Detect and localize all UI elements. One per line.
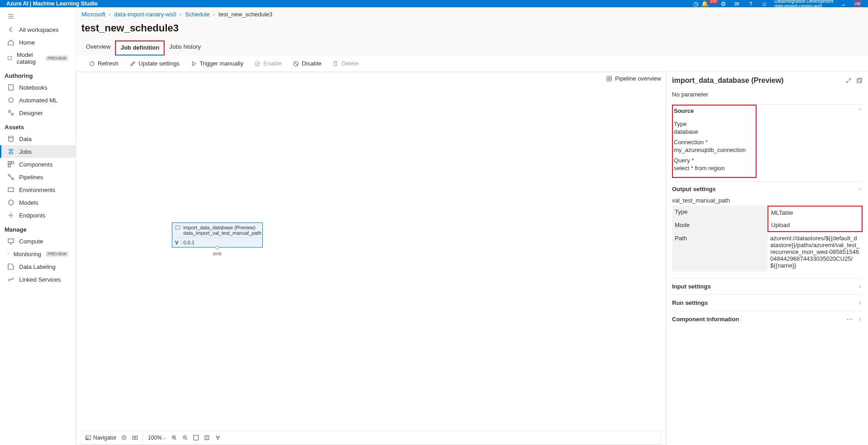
tab-jobs-history[interactable]: Jobs history <box>165 40 205 56</box>
svg-rect-11 <box>8 239 14 243</box>
refresh-button[interactable]: Refresh <box>84 58 123 69</box>
cell-value: azureml://datastores/${{default_datastor… <box>768 232 863 272</box>
sidebar-item-label: Jobs <box>19 148 31 155</box>
svg-rect-6 <box>8 165 10 167</box>
disable-button[interactable]: Disable <box>288 58 326 69</box>
sidebar-item-label: Pipelines <box>19 174 43 181</box>
designer-icon <box>7 109 15 116</box>
sidebar-item-automated-ml[interactable]: Automated ML <box>0 94 75 106</box>
sidebar-item-home[interactable]: Home <box>0 36 75 49</box>
navigator-button[interactable]: Navigator <box>85 435 116 441</box>
breadcrumb-item[interactable]: data-import-canary-ws0 <box>114 11 176 18</box>
more-icon[interactable]: ⋯ <box>847 316 853 323</box>
button-label: Delete <box>341 60 359 67</box>
breadcrumb-item[interactable]: Microsoft <box>81 11 105 18</box>
section-component-information[interactable]: Component information ⋯ <box>672 311 863 327</box>
models-icon <box>7 199 15 206</box>
chevron-down-icon[interactable] <box>857 106 863 112</box>
sink-label: sink <box>213 251 222 256</box>
svg-rect-16 <box>610 76 612 78</box>
notification-badge: 100 <box>708 0 718 4</box>
sidebar-section-assets: Assets <box>0 119 75 132</box>
layout-icon[interactable] <box>215 435 221 441</box>
svg-rect-9 <box>8 188 14 192</box>
preview-badge: PREVIEW <box>45 56 68 61</box>
tab-job-definition[interactable]: Job definition <box>115 40 165 56</box>
canvas[interactable]: Pipeline overview import_data_database (… <box>76 72 666 445</box>
breadcrumb-current: test_new_schedule3 <box>219 11 273 18</box>
monitoring-icon <box>7 250 9 258</box>
popout-icon[interactable] <box>856 77 863 84</box>
button-label: Navigator <box>93 435 116 441</box>
pipeline-overview-button[interactable]: Pipeline overview <box>606 75 661 82</box>
sidebar-item-designer[interactable]: Designer <box>0 106 75 119</box>
sidebar-item-data[interactable]: Data <box>0 132 75 145</box>
trash-icon <box>332 61 339 67</box>
svg-rect-18 <box>610 79 612 81</box>
sidebar-item-monitoring[interactable]: MonitoringPREVIEW <box>0 248 75 260</box>
settings-icon[interactable]: ⚙ <box>720 0 727 7</box>
help-icon[interactable]: ? <box>747 0 754 7</box>
sidebar-item-endpoints[interactable]: Endpoints <box>0 209 75 222</box>
sidebar-item-pipelines[interactable]: Pipelines <box>0 171 75 183</box>
section-run-settings[interactable]: Run settings <box>672 295 863 311</box>
field-label: Query * <box>674 157 753 165</box>
section-output-settings[interactable]: Output settings <box>672 182 863 196</box>
expand-icon[interactable] <box>845 77 852 84</box>
screenshot-icon[interactable] <box>132 435 138 441</box>
sidebar-item-compute[interactable]: Compute <box>0 235 75 248</box>
chevron-right-icon <box>857 284 863 289</box>
clock-icon[interactable]: ◷ <box>692 0 700 7</box>
sidebar-item-label: Data Labeling <box>19 263 55 270</box>
link-label: Pipeline overview <box>615 75 661 82</box>
zoom-in-icon[interactable] <box>171 435 177 441</box>
data-icon <box>7 135 15 142</box>
workspace-line1: DataIntegration Development <box>774 0 833 4</box>
environments-icon <box>7 186 15 193</box>
sidebar-item-model-catalog[interactable]: Model catalog PREVIEW <box>0 49 75 68</box>
node-output-port[interactable] <box>216 246 219 249</box>
section-source[interactable]: Source <box>674 106 753 118</box>
svg-rect-17 <box>607 79 609 81</box>
feedback-icon[interactable]: ✉ <box>733 0 741 7</box>
pipeline-node[interactable]: import_data_database (Preview) data_impo… <box>172 222 263 248</box>
notifications-icon[interactable]: 🔔100 <box>706 0 713 7</box>
avatar[interactable]: AB <box>853 0 862 8</box>
sidebar-item-linked-services[interactable]: Linked Services <box>0 273 75 286</box>
target-icon[interactable] <box>121 435 127 441</box>
cell-value: MLTable <box>768 206 863 219</box>
fit-icon[interactable] <box>193 435 199 441</box>
svg-rect-24 <box>133 436 138 440</box>
update-settings-button[interactable]: Update settings <box>125 58 184 69</box>
sidebar-item-components[interactable]: Components <box>0 158 75 171</box>
chevron-down-icon[interactable]: ⌄ <box>840 0 847 7</box>
chevron-right-icon: › <box>180 12 181 17</box>
sidebar-item-notebooks[interactable]: Notebooks <box>0 81 75 94</box>
section-input-settings[interactable]: Input settings <box>672 278 863 294</box>
sidebar-item-all-workspaces[interactable]: All workspaces <box>0 23 75 36</box>
sidebar-item-label: Model catalog <box>17 51 41 65</box>
button-label: Update settings <box>139 60 180 67</box>
hamburger-icon[interactable] <box>0 11 75 23</box>
chevron-right-icon <box>857 317 863 322</box>
output-table: Type MLTable Mode Upload Path azureml://… <box>672 206 863 272</box>
check-circle-icon <box>254 61 261 67</box>
sidebar-item-jobs[interactable]: Jobs <box>0 145 75 158</box>
breadcrumb-item[interactable]: Schedule <box>185 11 210 18</box>
smile-icon[interactable]: ☺ <box>761 0 768 7</box>
zoom-out-icon[interactable] <box>182 435 188 441</box>
trigger-manually-button[interactable]: Trigger manually <box>186 58 248 69</box>
sidebar-item-label: Monitoring <box>14 251 41 258</box>
output-name: val_test_manual_path <box>672 196 863 206</box>
sidebar-item-environments[interactable]: Environments <box>0 183 75 196</box>
sidebar-item-label: Components <box>19 161 53 168</box>
tab-overview[interactable]: Overview <box>81 40 115 56</box>
sidebar-item-models[interactable]: Models <box>0 196 75 209</box>
workspace: Pipeline overview import_data_database (… <box>76 71 868 445</box>
actual-icon[interactable] <box>204 435 210 441</box>
sidebar-item-data-labeling[interactable]: Data Labeling <box>0 260 75 273</box>
button-label: Refresh <box>98 60 119 67</box>
edit-icon <box>130 61 136 67</box>
linked-icon <box>7 276 15 283</box>
zoom-selector[interactable]: 100% ⌄ <box>148 435 166 441</box>
